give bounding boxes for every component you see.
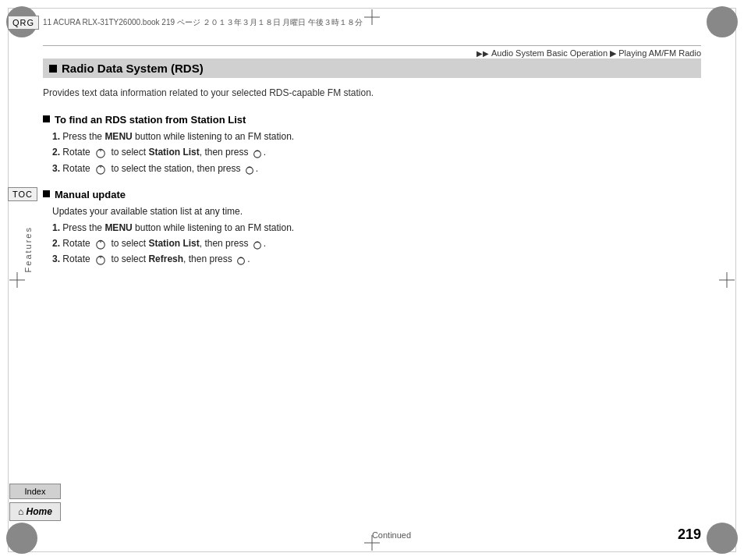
toc-tab[interactable]: TOC bbox=[8, 187, 37, 201]
step-2-2: 2. Rotate to select Station List, then p… bbox=[52, 236, 701, 251]
step-1-2: 2. Rotate to select Station List, then p… bbox=[52, 144, 701, 160]
subsection-1-steps: 1. Press the MENU button while listening… bbox=[52, 129, 701, 176]
page-number: 219 bbox=[678, 526, 701, 543]
breadcrumb-part1: Audio System Basic Operation bbox=[491, 48, 608, 58]
step-2-3: 3. Rotate to select Refresh, then press … bbox=[52, 251, 701, 267]
header-divider bbox=[43, 45, 701, 46]
breadcrumb-sep: ▶ bbox=[610, 48, 616, 58]
subsection-1-heading: To find an RDS station from Station List bbox=[43, 114, 701, 126]
press-icon-4 bbox=[236, 254, 246, 265]
knob-icon-2 bbox=[94, 164, 107, 175]
features-label: Features bbox=[23, 226, 33, 272]
breadcrumb: ▶▶ Audio System Basic Operation ▶ Playin… bbox=[477, 48, 701, 58]
file-info: 11 ACURA RLX-31TY26000.book 219 ページ ２０１３… bbox=[43, 17, 363, 28]
crosshair-left bbox=[9, 272, 25, 288]
subsection-2-steps: Updates your available station list at a… bbox=[52, 204, 701, 268]
continued-text: Continued bbox=[105, 530, 678, 540]
main-content: Radio Data System (RDS) Provides text da… bbox=[43, 58, 701, 513]
knob-icon-1 bbox=[94, 147, 107, 158]
corner-mark-br bbox=[707, 523, 738, 554]
section-title-bar: Radio Data System (RDS) bbox=[43, 58, 701, 78]
home-button[interactable]: ⌂ Home bbox=[9, 502, 61, 521]
bottom-info: Continued 219 bbox=[43, 526, 701, 543]
subsection-2-heading: Manual update bbox=[43, 189, 701, 200]
corner-mark-tr bbox=[707, 6, 738, 37]
subsection-1-title: To find an RDS station from Station List bbox=[55, 114, 246, 126]
knob-icon-4 bbox=[94, 254, 107, 265]
top-header: 11 ACURA RLX-31TY26000.book 219 ページ ２０１３… bbox=[43, 17, 701, 28]
svg-point-13 bbox=[246, 167, 253, 174]
subsection-2-title: Manual update bbox=[55, 189, 126, 200]
press-icon-3 bbox=[252, 239, 263, 250]
section-title: Radio Data System (RDS) bbox=[62, 62, 204, 75]
knob-icon-3 bbox=[94, 239, 107, 250]
press-icon-2 bbox=[244, 164, 255, 175]
bottom-buttons: Index ⌂ Home bbox=[9, 484, 61, 521]
sub-heading-icon-2 bbox=[43, 190, 50, 197]
qrg-tab[interactable]: QRG bbox=[8, 16, 39, 30]
corner-mark-bl bbox=[6, 523, 37, 554]
step-1-3: 3. Rotate to select the station, then pr… bbox=[52, 161, 701, 176]
sub-heading-icon-1 bbox=[43, 115, 50, 122]
svg-point-19 bbox=[238, 258, 245, 265]
home-label: Home bbox=[27, 506, 52, 517]
title-square-icon bbox=[49, 65, 57, 73]
crosshair-right bbox=[719, 272, 735, 288]
step-1-1: 1. Press the MENU button while listening… bbox=[52, 129, 701, 144]
step-2-intro: Updates your available station list at a… bbox=[52, 204, 701, 219]
svg-point-10 bbox=[253, 151, 260, 158]
press-icon-1 bbox=[252, 147, 263, 158]
section-subtitle: Provides text data information related t… bbox=[43, 86, 701, 100]
home-icon: ⌂ bbox=[18, 506, 23, 517]
index-button[interactable]: Index bbox=[9, 484, 61, 499]
breadcrumb-part2: Playing AM/FM Radio bbox=[618, 48, 701, 58]
step-2-1: 1. Press the MENU button while listening… bbox=[52, 220, 701, 236]
breadcrumb-icon: ▶▶ bbox=[477, 49, 489, 58]
svg-point-16 bbox=[253, 242, 260, 249]
